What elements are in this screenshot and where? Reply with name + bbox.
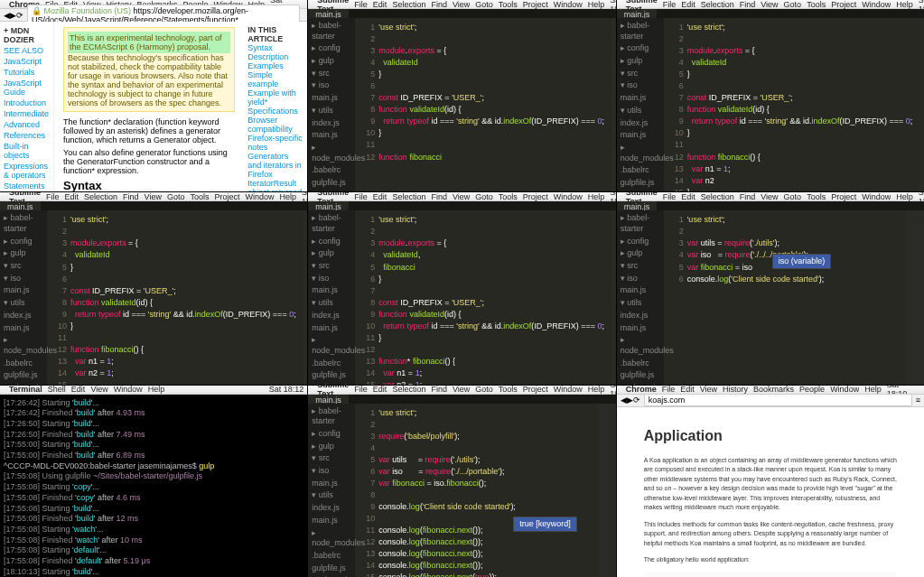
minimap[interactable] bbox=[611, 18, 616, 191]
panel-sublime-6: Sublime TextFileEditSelectionFindViewGot… bbox=[617, 192, 924, 384]
panel-sublime-2: Sublime Text FileEditSelectionFindViewGo… bbox=[308, 0, 615, 191]
koa-docs: Application A Koa application is an obje… bbox=[617, 407, 924, 577]
panel-sublime-4: Sublime TextFileEditSelectionFindViewGot… bbox=[0, 192, 307, 384]
mdn-toc[interactable]: IN THIS ARTICLE Syntax Description Examp… bbox=[244, 22, 307, 191]
code-editor[interactable]: 1'use strict';23module.exports = {4 vali… bbox=[355, 18, 611, 191]
reload-icon[interactable]: ⟳ bbox=[633, 396, 640, 405]
panel-sublime-3: Sublime TextFileEditSelectionFindViewGot… bbox=[617, 0, 924, 191]
editor-tab[interactable]: main.js bbox=[308, 9, 349, 18]
browser-toolbar: ◀ ▶ ⟳ 🔒 Mozilla Foundation (US) https://… bbox=[0, 9, 307, 22]
panel-chrome-koa: ChromeFileEditViewHistoryBookmarksPeople… bbox=[617, 386, 924, 577]
panel-sublime-5: Sublime TextFileEditSelectionFindViewGot… bbox=[308, 192, 615, 384]
back-icon[interactable]: ◀ bbox=[621, 396, 627, 405]
page-title: Application bbox=[644, 425, 897, 447]
forward-icon[interactable]: ▶ bbox=[627, 396, 633, 405]
autocomplete-popup[interactable]: true [keyword] bbox=[513, 517, 577, 532]
forward-icon[interactable]: ▶ bbox=[10, 11, 16, 20]
autocomplete-item[interactable]: iso (variable) bbox=[773, 255, 831, 268]
lock-icon: 🔒 Mozilla Foundation (US) bbox=[32, 6, 134, 15]
panel-sublime-8: Sublime TextFileEditSelectionFindViewGot… bbox=[308, 386, 615, 577]
panel-chrome-mdn: Chrome File Edit View History Bookmarks … bbox=[0, 0, 307, 191]
mdn-sidebar[interactable]: + MDN DOZIER SEE ALSO JavaScript Tutoria… bbox=[0, 22, 54, 191]
panel-terminal: TerminalShellEditViewWindowHelpSat 18:12… bbox=[0, 386, 307, 577]
reload-icon[interactable]: ⟳ bbox=[16, 11, 23, 20]
menu-icon[interactable]: ≡ bbox=[916, 396, 920, 405]
autocomplete-popup[interactable]: iso (variable) bbox=[772, 254, 832, 269]
file-tree[interactable]: ▸ babel-starter▸ config▸ gulp▾ src ▾ iso… bbox=[308, 18, 355, 191]
experimental-warning: This is an experimental technology, part… bbox=[63, 27, 235, 112]
autocomplete-item[interactable]: true [keyword] bbox=[514, 517, 576, 531]
address-bar[interactable]: koajs.com bbox=[644, 394, 912, 406]
terminal-output[interactable]: [17:26:42] Starting 'build'...[17:26:42]… bbox=[0, 395, 307, 577]
back-icon[interactable]: ◀ bbox=[4, 11, 10, 20]
menubar-sublime[interactable]: Sublime Text FileEditSelectionFindViewGo… bbox=[308, 0, 615, 9]
mdn-content: This is an experimental technology, part… bbox=[54, 22, 244, 191]
syntax-heading: Syntax bbox=[63, 179, 235, 191]
code-sample: var koa = require('koa'); var app = koa(… bbox=[644, 572, 897, 577]
